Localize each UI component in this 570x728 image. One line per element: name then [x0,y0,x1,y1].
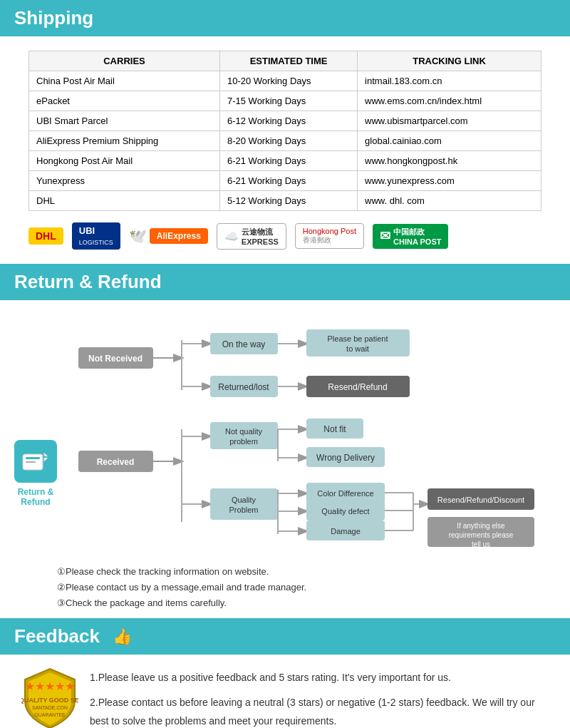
shipping-header: Shipping [0,0,570,36]
refund-notes: ①Please check the tracking information o… [0,557,570,618]
table-cell: 6-21 Working Days [219,151,357,171]
carrier-logos: DHL UBILOGISTICS 🕊️ AliExpress ☁️ 云途物流EX… [28,222,542,250]
table-cell: www.yunexpress.com [358,171,542,191]
refund-section: Return & Refund Return & Refund Not Rece… [0,264,570,618]
svg-rect-1 [26,457,40,459]
svg-text:If anything else: If anything else [457,522,505,530]
refund-note-3: ③Check the package and items carefully. [57,595,542,611]
thumbs-up-icon: 👍 [113,627,132,646]
feedback-point-1: 1.Please leave us a positive feedback an… [90,669,549,687]
table-cell: intmail.183.com.cn [358,71,542,91]
svg-text:tell us: tell us [472,540,490,548]
feedback-title: Feedback [14,625,100,647]
svg-text:Received: Received [97,457,135,467]
feedback-content: HIGH QUALITY GOOD SERVICE SANTADE.CON GU… [0,655,570,728]
refund-header: Return & Refund [0,264,570,300]
table-cell: www.hongkongpost.hk [358,151,542,171]
svg-text:problem: problem [229,437,258,446]
table-cell: AliExpress Premium Shipping [29,131,220,151]
svg-text:Color Difference: Color Difference [317,489,373,498]
refund-note-2: ②Please contact us by a message,email an… [57,580,542,595]
table-cell: DHL [29,191,220,211]
table-cell: Hongkong Post Air Mail [29,151,220,171]
feedback-text: 1.Please leave us a positive feedback an… [90,669,549,728]
svg-text:Not fit: Not fit [323,424,346,434]
table-cell: 6-12 Working Days [219,111,357,131]
table-cell: 5-12 Working Days [219,191,357,211]
table-cell: China Post Air Mail [29,71,220,91]
hkpost-logo: Hongkong Post香港郵政 [295,223,364,249]
svg-text:Quality defect: Quality defect [321,507,369,516]
svg-text:GUARANTEE: GUARANTEE [34,712,66,717]
aliexpress-logo: AliExpress [150,228,208,244]
svg-text:Quality: Quality [232,496,256,504]
svg-rect-38 [210,488,278,520]
svg-text:Returned/lost: Returned/lost [218,382,269,392]
refund-icon-label: Return & Refund [7,487,64,507]
svg-text:requirements please: requirements please [449,531,514,539]
yuntu-logo: ☁️ 云途物流EXPRESS [217,223,286,250]
refund-note-1: ①Please check the tracking information o… [57,564,542,580]
carriers-table: CARRIES ESTIMATED TIME TRACKING LINK Chi… [28,51,542,211]
svg-text:Resend/Refund/Discount: Resend/Refund/Discount [437,496,524,504]
col-header-carriers: CARRIES [29,51,220,71]
shipping-section: Shipping CARRIES ESTIMATED TIME TRACKING… [0,0,570,264]
table-cell: www. dhl. com [358,191,542,211]
refund-title: Return & Refund [14,271,162,293]
svg-text:SANTADE.CON: SANTADE.CON [32,705,68,710]
svg-text:Please be patient: Please be patient [327,334,388,343]
table-cell: 7-15 Working Days [219,91,357,111]
svg-rect-2 [26,461,36,463]
table-cell: 8-20 Working Days [219,131,357,151]
shipping-title: Shipping [14,7,93,29]
ubi-logo: UBILOGISTICS [72,222,120,250]
svg-text:HIGH QUALITY GOOD SERVICE: HIGH QUALITY GOOD SERVICE [21,697,78,704]
chinapost-logo: ✉ 中国邮政CHINA POST [373,224,448,249]
feedback-shield: HIGH QUALITY GOOD SERVICE SANTADE.CON GU… [21,669,78,726]
feedback-point-2: 2.Please contact us before leaving a neu… [90,694,549,728]
refund-body: Return & Refund Not Received On the way … [0,300,570,557]
svg-text:Problem: Problem [229,506,259,514]
aliexpress-logo-wrap: 🕊️ AliExpress [129,227,208,245]
svg-text:Resend/Refund: Resend/Refund [328,382,387,392]
table-cell: 6-21 Working Days [219,171,357,191]
svg-text:On the way: On the way [222,339,266,349]
shipping-content: CARRIES ESTIMATED TIME TRACKING LINK Chi… [0,36,570,264]
svg-text:to wait: to wait [346,344,369,353]
refund-icon-col: Return & Refund [7,312,64,557]
table-cell: 10-20 Working Days [219,71,357,91]
table-cell: global.cainiao.com [358,131,542,151]
svg-text:Not Received: Not Received [88,354,142,364]
svg-text:Wrong Delivery: Wrong Delivery [316,453,375,463]
flowchart-area: Not Received On the way Please be patien… [71,312,563,557]
table-cell: UBI Smart Parcel [29,111,220,131]
table-cell: ePacket [29,91,220,111]
svg-text:Not quality: Not quality [225,427,262,436]
feedback-header: Feedback 👍 [0,618,570,655]
table-cell: www.ubismartparcel.com [358,111,542,131]
svg-text:★★★★★: ★★★★★ [25,680,75,692]
flowchart-svg: Not Received On the way Please be patien… [71,312,556,554]
svg-text:Damage: Damage [331,527,361,535]
table-cell: www.ems.com.cn/index.html [358,91,542,111]
table-cell: Yunexpress [29,171,220,191]
feedback-section: Feedback 👍 HIGH QUALITY GOOD SERVICE SAN… [0,618,570,728]
shield-svg: HIGH QUALITY GOOD SERVICE SANTADE.CON GU… [21,665,78,728]
dhl-logo: DHL [28,227,63,245]
col-header-time: ESTIMATED TIME [219,51,357,71]
col-header-tracking: TRACKING LINK [358,51,542,71]
refund-icon [14,440,57,483]
